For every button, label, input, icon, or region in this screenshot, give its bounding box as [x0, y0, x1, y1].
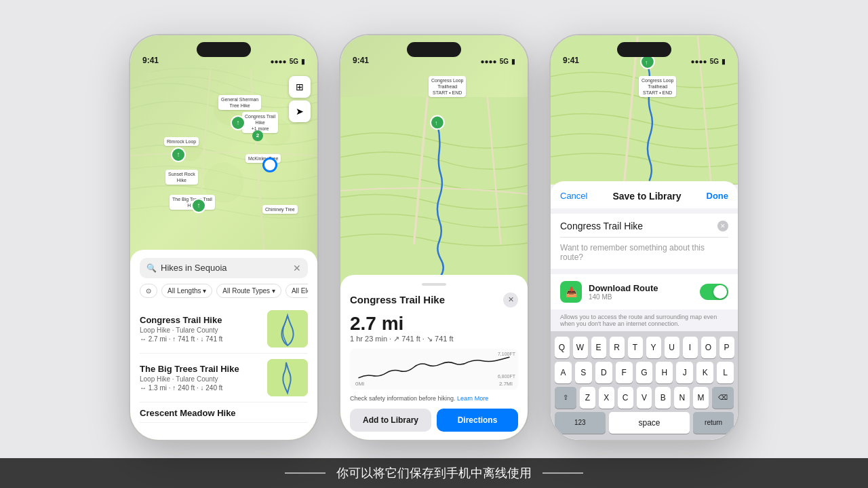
key-f[interactable]: F: [616, 362, 633, 383]
location-btn[interactable]: ➤: [289, 100, 311, 122]
download-icon: 📥: [560, 281, 582, 303]
trail-info-2: The Big Trees Trail Hike Loop Hike · Tul…: [140, 364, 260, 392]
key-v[interactable]: V: [637, 387, 652, 409]
battery-3: ▮: [722, 58, 726, 65]
label-congress-loop: Congress LoopTrailheadSTART • END: [429, 76, 466, 97]
filter-route-label: All Route Types ▾: [222, 287, 275, 295]
subtitle-text: 你可以将它们保存到手机中离线使用: [336, 465, 532, 481]
filter-route-type[interactable]: All Route Types ▾: [216, 284, 281, 298]
key-o[interactable]: O: [701, 337, 716, 358]
pin-rimrock: ↑: [171, 147, 186, 162]
search-bar[interactable]: 🔍 Hikes in Sequoia ✕: [140, 258, 308, 278]
key-u[interactable]: U: [665, 337, 679, 358]
key-w[interactable]: W: [573, 337, 588, 358]
learn-more-link[interactable]: Learn More: [457, 395, 488, 402]
card-header: Congress Trail Hike ✕: [350, 293, 518, 307]
search-input[interactable]: Hikes in Sequoia: [161, 263, 289, 273]
mic-row: 🎤: [555, 437, 734, 441]
key-s[interactable]: S: [575, 362, 592, 383]
trail-type-1: Loop Hike · Tulare County: [140, 326, 260, 334]
label-sherman: General ShermanTree Hike: [218, 95, 261, 110]
key-e[interactable]: E: [591, 337, 606, 358]
key-y[interactable]: Y: [646, 337, 661, 358]
key-r[interactable]: R: [610, 337, 625, 358]
card-title: Congress Trail Hike: [350, 294, 445, 305]
trail-item-1[interactable]: Congress Trail Hike Loop Hike · Tulare C…: [140, 305, 308, 354]
key-123[interactable]: 123: [555, 412, 606, 434]
pin-mckinley: [262, 157, 277, 172]
label-rimrock: Rimrock Loop: [164, 137, 199, 146]
trail-thumb-2: [267, 359, 308, 396]
modal-done-btn[interactable]: Done: [707, 191, 729, 201]
save-modal: Cancel Save to Library Done Congress Tra…: [551, 181, 738, 440]
filter-row: ⊙ All Lengths ▾ All Route Types ▾ All El…: [140, 284, 308, 298]
phone-3: ↑ 9:41 ●●●● 5G ▮ Congress LoopTrailheadS…: [549, 34, 739, 441]
time-1: 9:41: [142, 56, 159, 65]
modal-cancel-btn[interactable]: Cancel: [560, 191, 587, 201]
map-controls-1: ⊞ ➤: [289, 76, 311, 122]
key-shift[interactable]: ⇧: [555, 387, 576, 409]
key-b[interactable]: B: [655, 387, 671, 409]
filter-length[interactable]: All Lengths ▾: [161, 284, 212, 298]
modal-header: Cancel Save to Library Done: [551, 181, 738, 208]
key-k[interactable]: K: [696, 362, 713, 383]
pin-sherman: ↑: [231, 115, 245, 130]
subtitle-line-left: [285, 472, 326, 474]
time-3: 9:41: [563, 56, 579, 65]
status-icons-2: ●●●● 5G ▮: [480, 58, 515, 65]
key-n[interactable]: N: [674, 387, 690, 409]
trail-info-1: Congress Trail Hike Loop Hike · Tulare C…: [140, 315, 260, 343]
key-d[interactable]: D: [595, 362, 612, 383]
key-j[interactable]: J: [676, 362, 693, 383]
key-z[interactable]: Z: [580, 387, 595, 409]
modal-title: Save to Library: [612, 191, 681, 202]
key-t[interactable]: T: [628, 337, 643, 358]
modal-placeholder-text: Want to remember something about this ro…: [560, 243, 728, 262]
download-note: Allows you to access the route and surro…: [551, 309, 738, 331]
mic-icon[interactable]: 🎤: [717, 440, 728, 441]
signal-3: ●●●●: [690, 58, 707, 65]
card-distance: 2.7 mi: [350, 313, 518, 335]
key-l[interactable]: L: [717, 362, 734, 383]
dynamic-island-2: [407, 42, 461, 57]
map-type-btn[interactable]: ⊞: [289, 76, 311, 98]
key-c[interactable]: C: [618, 387, 633, 409]
label-sunset: Sunset RockHike: [165, 170, 198, 185]
download-size: 140 MB: [589, 293, 693, 301]
modal-name-input[interactable]: Congress Trail Hike ✕: [560, 221, 728, 238]
key-q[interactable]: Q: [555, 337, 570, 358]
key-i[interactable]: I: [683, 337, 698, 358]
filter-elev[interactable]: All Elev: [285, 284, 308, 298]
filter-elev-label: All Elev: [292, 287, 308, 295]
key-m[interactable]: M: [693, 387, 709, 409]
card-stats: 1 hr 23 min · ↗ 741 ft · ↘ 741 ft: [350, 335, 518, 343]
keyboard: Q W E R T Y U I O P A S D F G: [551, 331, 738, 441]
search-clear-icon[interactable]: ✕: [293, 263, 301, 274]
svg-text:↑: ↑: [435, 119, 437, 126]
trail-item-3[interactable]: Crescent Meadow Hike: [140, 402, 308, 423]
subtitle-bar: 你可以将它们保存到手机中离线使用: [0, 458, 868, 488]
key-backspace[interactable]: ⌫: [712, 387, 734, 409]
label-chimney: Chimney Tree: [262, 205, 298, 214]
trail-item-2[interactable]: The Big Trees Trail Hike Loop Hike · Tul…: [140, 354, 308, 402]
key-g[interactable]: G: [636, 362, 653, 383]
key-space[interactable]: space: [609, 412, 690, 434]
key-return[interactable]: return: [693, 412, 734, 434]
directions-btn[interactable]: Directions: [437, 409, 518, 432]
key-a[interactable]: A: [555, 362, 572, 383]
key-x[interactable]: X: [599, 387, 614, 409]
add-to-library-btn[interactable]: Add to Library: [350, 409, 431, 432]
card-close-btn[interactable]: ✕: [503, 293, 518, 307]
keyboard-row-3: ⇧ Z X C V B N M ⌫: [555, 387, 734, 409]
modal-input-clear-btn[interactable]: ✕: [717, 221, 728, 231]
download-title: Download Route: [589, 283, 693, 293]
phone-1: 9:41 ●●●● 5G ▮ ⊞ ➤ ↑ 2 ↑ ↑ General Sherm…: [129, 34, 319, 441]
key-h[interactable]: H: [656, 362, 673, 383]
dynamic-island-1: [197, 42, 251, 57]
download-toggle[interactable]: [700, 284, 728, 300]
label-congress-loop-3: Congress LoopTrailheadSTART • END: [639, 76, 676, 97]
filter-category[interactable]: ⊙: [140, 284, 157, 298]
dynamic-island-3: [617, 42, 671, 57]
label-congress: Congress TrailHike+1 more: [242, 112, 278, 133]
key-p[interactable]: P: [719, 337, 734, 358]
